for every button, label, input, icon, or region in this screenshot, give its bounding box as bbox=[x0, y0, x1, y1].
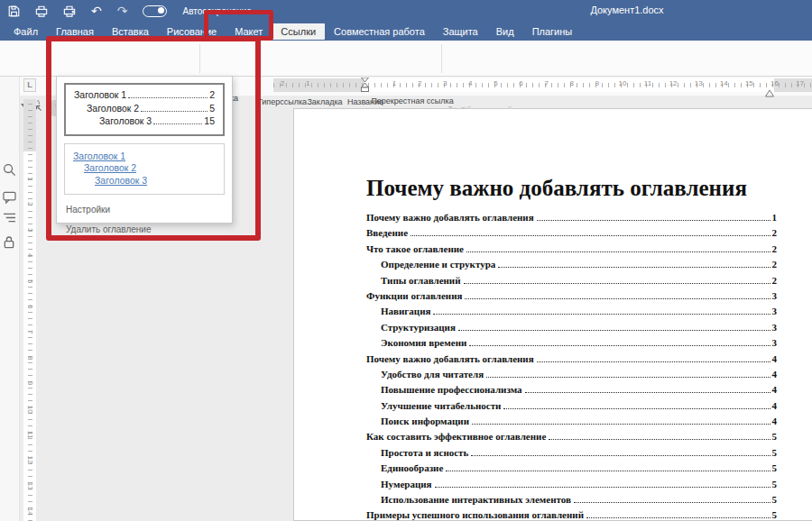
toc-entry[interactable]: Единообразие 5 bbox=[366, 462, 777, 478]
dot-leader bbox=[586, 517, 770, 518]
toc-style-preview-row: Заголовок 3 15 bbox=[74, 115, 215, 129]
toc-entry[interactable]: Простота и ясность 5 bbox=[366, 447, 777, 462]
toc-entry[interactable]: Что такое оглавление 2 bbox=[366, 243, 777, 259]
toc-entry[interactable]: Экономия времени 3 bbox=[366, 337, 777, 352]
toc-entry[interactable]: Почему важно добавлять оглавления 4 bbox=[366, 353, 777, 369]
menu-tab[interactable]: Плагины bbox=[523, 23, 582, 40]
toc-entry-page: 2 bbox=[772, 227, 778, 238]
menu-tab[interactable]: Главная bbox=[47, 23, 103, 40]
ribbon-toolbar: ✂ Оглавление bbox=[0, 41, 812, 77]
toc-entry[interactable]: Почему важно добавлять оглавления 1 bbox=[366, 212, 777, 227]
toc-entry[interactable]: Повышение профессионализма 4 bbox=[366, 384, 777, 399]
quick-print-icon[interactable] bbox=[63, 5, 76, 17]
menu-tab[interactable]: Файл bbox=[5, 23, 47, 40]
toc-entry-page: 3 bbox=[772, 290, 778, 301]
ruler-number: 1 bbox=[17, 172, 42, 185]
ruler-number: 5 bbox=[17, 275, 42, 288]
toc-entry[interactable]: Использование интерактивных элементов 5 bbox=[366, 494, 777, 509]
toc-entry[interactable]: Поиск информации 4 bbox=[366, 416, 777, 431]
toc-entry[interactable]: Навигация 3 bbox=[366, 306, 777, 321]
menu-tab[interactable]: Совместная работа bbox=[325, 23, 434, 40]
dot-leader bbox=[472, 424, 770, 425]
toc-entry-text: Типы оглавлений bbox=[381, 275, 461, 286]
dot-leader bbox=[574, 502, 770, 503]
toc-style-option-numbered[interactable]: Заголовок 1 2 Заголовок 2 5 Заголовок 3 … bbox=[64, 83, 225, 136]
ruler-number: 3 bbox=[17, 224, 42, 236]
toc-entry-text: Что такое оглавление bbox=[366, 243, 464, 254]
dot-leader bbox=[469, 345, 770, 346]
toc-remove-item[interactable]: Удалить оглавление bbox=[64, 224, 225, 234]
toc-entry[interactable]: Нумерация 5 bbox=[366, 479, 777, 494]
ruler-number: 12 bbox=[660, 79, 686, 87]
toc-entry[interactable]: Удобство для читателя 4 bbox=[366, 369, 777, 384]
document-heading: Почему важно добавлять оглавления bbox=[366, 176, 799, 201]
toc-entry-page: 5 bbox=[772, 431, 778, 442]
ruler-number: 2 bbox=[17, 198, 42, 211]
dot-leader bbox=[128, 97, 208, 98]
menu-tab[interactable]: Макет bbox=[226, 23, 272, 40]
undo-icon[interactable]: ↶ bbox=[91, 5, 102, 17]
autosave-toggle[interactable] bbox=[143, 5, 167, 17]
toc-entry-text: Простота и ясность bbox=[381, 447, 468, 458]
toc-entry[interactable]: Структуризация 3 bbox=[366, 322, 777, 337]
dot-leader bbox=[525, 392, 770, 393]
toc-style-preview-row: Заголовок 1 bbox=[73, 151, 216, 163]
ruler-number: 5 bbox=[483, 79, 508, 87]
toc-entry[interactable]: Определение и структура 2 bbox=[366, 259, 777, 274]
dot-leader bbox=[537, 361, 770, 362]
dot-leader bbox=[446, 471, 770, 471]
toc-entry-page: 5 bbox=[772, 479, 778, 489]
toc-entry-text: Структуризация bbox=[381, 322, 456, 333]
ruler-number: 1 bbox=[382, 79, 407, 87]
save-icon[interactable] bbox=[8, 5, 20, 17]
toc-dropdown-menu: Заголовок 1 2 Заголовок 2 5 Заголовок 3 … bbox=[56, 76, 233, 224]
menu-tab[interactable]: Вид bbox=[487, 23, 523, 40]
search-icon[interactable] bbox=[3, 163, 16, 180]
protect-icon[interactable] bbox=[3, 235, 15, 252]
toc-style-preview-row: Заголовок 1 2 bbox=[74, 89, 215, 103]
horizontal-ruler[interactable]: 21 1234567891011121314151617 bbox=[273, 78, 812, 92]
comments-icon[interactable] bbox=[3, 191, 16, 207]
toc-entry-page: 3 bbox=[772, 337, 778, 348]
menu-tab[interactable]: Ссылки bbox=[272, 23, 325, 40]
toc-entry-text: Использование интерактивных элементов bbox=[381, 494, 571, 505]
divider bbox=[50, 44, 51, 73]
redo-icon[interactable]: ↷ bbox=[117, 5, 128, 17]
toc-entry-text: Почему важно добавлять оглавления bbox=[366, 212, 534, 223]
toc-entry-page: 5 bbox=[772, 447, 778, 458]
toc-entry-text: Поиск информации bbox=[381, 416, 469, 426]
menu-tab[interactable]: Рисование bbox=[158, 23, 226, 40]
toc-entry[interactable]: Примеры успешного использования оглавлен… bbox=[366, 509, 777, 521]
dot-leader bbox=[435, 487, 770, 488]
ruler-number: 7 bbox=[534, 79, 559, 87]
tab-stop-selector[interactable]: L bbox=[23, 78, 36, 92]
menu-tab[interactable]: Вставка bbox=[103, 23, 158, 40]
toc-style-option-links[interactable]: Заголовок 1 Заголовок 2 Заголовок 3 bbox=[64, 143, 225, 196]
menu-tab[interactable]: Защита bbox=[434, 23, 487, 40]
dot-leader bbox=[465, 298, 770, 299]
toc-entry[interactable]: Типы оглавлений 2 bbox=[366, 275, 777, 290]
right-indent-marker-icon[interactable] bbox=[765, 85, 774, 101]
document-page[interactable]: Почему важно добавлять оглавления Почему… bbox=[293, 108, 812, 521]
toc-entry-page: 1 bbox=[772, 212, 778, 223]
toc-entry[interactable]: Функции оглавления 3 bbox=[366, 290, 777, 306]
headings-icon[interactable] bbox=[3, 211, 16, 227]
application-window: ↶ ↷ Автосохранение Документ1.docx ФайлГл… bbox=[0, 0, 812, 521]
indent-marker-icon[interactable] bbox=[360, 78, 370, 96]
toc-entry-text: Как составить эффективное оглавление bbox=[366, 431, 546, 442]
ruler-number: 15 bbox=[736, 79, 761, 87]
toc-entry[interactable]: Улучшение читабельности 4 bbox=[366, 400, 777, 416]
toc-style-preview-row: Заголовок 2 5 bbox=[74, 103, 215, 116]
toc-entry[interactable]: Введение 2 bbox=[366, 227, 777, 242]
toc-entry-text: Нумерация bbox=[381, 479, 432, 489]
vertical-ruler[interactable]: 1234567891011121314 bbox=[23, 99, 36, 521]
dot-leader bbox=[141, 111, 208, 112]
toc-settings-item[interactable]: Настройки bbox=[64, 205, 225, 215]
print-icon[interactable] bbox=[35, 5, 48, 17]
toc-entry-page: 2 bbox=[772, 243, 778, 254]
dot-leader bbox=[549, 439, 770, 440]
autosave-label: Автосохранение bbox=[182, 6, 251, 16]
toc-entry[interactable]: Как составить эффективное оглавление 5 bbox=[366, 431, 777, 446]
ruler-number: 1 bbox=[295, 79, 320, 87]
toc-entry-text: Повышение профессионализма bbox=[381, 384, 522, 395]
